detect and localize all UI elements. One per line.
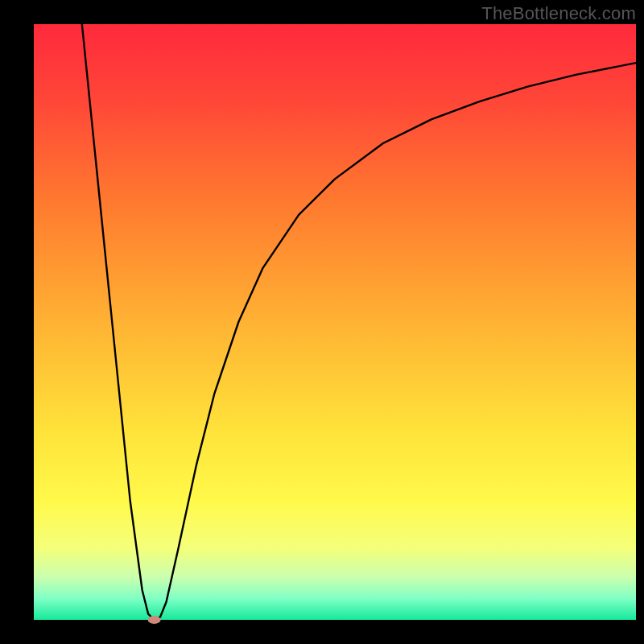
optimum-marker	[148, 616, 161, 624]
plot-area	[34, 24, 636, 620]
chart-svg	[0, 0, 644, 644]
watermark-text: TheBottleneck.com	[481, 3, 636, 24]
chart-frame: TheBottleneck.com	[0, 0, 644, 644]
